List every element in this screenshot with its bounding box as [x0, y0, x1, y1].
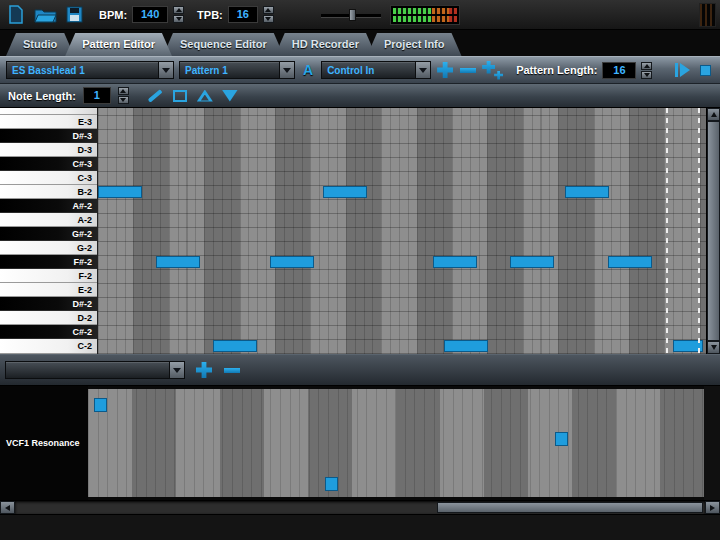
bpm-value[interactable]: 140: [132, 6, 168, 23]
note-F#-2[interactable]: [156, 256, 200, 268]
note-length-spinner[interactable]: [118, 87, 129, 104]
scroll-up-button[interactable]: [707, 108, 720, 121]
pencil-tool-button[interactable]: [146, 86, 164, 106]
horizontal-scrollbar[interactable]: [0, 500, 720, 515]
dropdown-arrow-icon[interactable]: [279, 62, 294, 78]
automation-right-filler: [704, 386, 720, 500]
dropdown-arrow-icon[interactable]: [169, 362, 184, 378]
automation-point[interactable]: [555, 432, 568, 446]
loop-marker: [666, 108, 668, 354]
add-envelope-button[interactable]: [195, 360, 213, 380]
piano-key-B-2[interactable]: B-2: [0, 185, 97, 199]
piano-key-C#-3[interactable]: C#-3: [0, 157, 97, 171]
open-file-button[interactable]: [33, 3, 57, 27]
piano-key-F#-2[interactable]: F#-2: [0, 255, 97, 269]
automation-point[interactable]: [94, 398, 107, 412]
automation-point[interactable]: [325, 477, 338, 491]
tab-pattern-editor[interactable]: Pattern Editor: [65, 33, 172, 56]
piano-key-D#-2[interactable]: D#-2: [0, 297, 97, 311]
tpb-value[interactable]: 16: [228, 6, 258, 23]
stop-button[interactable]: [696, 60, 714, 80]
rename-pattern-button[interactable]: A: [300, 62, 316, 78]
bpm-spinner[interactable]: [173, 6, 184, 23]
dropdown-arrow-icon[interactable]: [158, 62, 173, 78]
spinner-down-icon[interactable]: [641, 71, 652, 79]
key-label: C-3: [77, 173, 92, 183]
spinner-down-icon[interactable]: [173, 15, 184, 23]
vertical-scrollbar[interactable]: [706, 108, 720, 354]
note-F#-2[interactable]: [510, 256, 554, 268]
note-F#-2[interactable]: [608, 256, 652, 268]
tab-bar: StudioPattern EditorSequence EditorHD Re…: [0, 30, 720, 56]
note-grid[interactable]: [97, 108, 706, 354]
scroll-right-button[interactable]: [705, 501, 720, 514]
scroll-down-button[interactable]: [707, 341, 720, 354]
tab-studio[interactable]: Studio: [6, 33, 74, 56]
piano-key-D-3[interactable]: D-3: [0, 143, 97, 157]
hscroll-thumb[interactable]: [437, 502, 703, 513]
note-F#-2[interactable]: [433, 256, 477, 268]
add-pattern-button[interactable]: [436, 60, 454, 80]
automation-body: VCF1 Resonance: [0, 386, 720, 500]
key-label: G#-2: [72, 229, 92, 239]
piano-key-E-2[interactable]: E-2: [0, 283, 97, 297]
note-B-2[interactable]: [98, 186, 142, 198]
select-tool-button[interactable]: [171, 86, 189, 106]
piano-key-F-2[interactable]: F-2: [0, 269, 97, 283]
vscroll-thumb[interactable]: [707, 121, 720, 341]
play-button[interactable]: [673, 60, 691, 80]
loop-marker: [698, 108, 700, 354]
save-file-button[interactable]: [62, 3, 86, 27]
slider-thumb[interactable]: [349, 9, 356, 21]
scroll-left-button[interactable]: [0, 501, 15, 514]
tpb-spinner[interactable]: [263, 6, 274, 23]
new-file-button[interactable]: [4, 3, 28, 27]
piano-key-C-3[interactable]: C-3: [0, 171, 97, 185]
tab-hd-recorder[interactable]: HD Recorder: [275, 33, 376, 56]
spinner-down-icon[interactable]: [263, 15, 274, 23]
piano-key-G-2[interactable]: G-2: [0, 241, 97, 255]
pattern-length-value[interactable]: 16: [602, 62, 636, 79]
control-select[interactable]: Control In: [321, 61, 431, 79]
open-folder-icon: [34, 6, 57, 23]
note-B-2[interactable]: [323, 186, 367, 198]
automation-lane[interactable]: [88, 389, 704, 497]
pattern-select[interactable]: Pattern 1: [179, 61, 295, 79]
spinner-up-icon[interactable]: [263, 6, 274, 14]
note-B-2[interactable]: [565, 186, 609, 198]
hscroll-track[interactable]: [15, 501, 705, 514]
spinner-up-icon[interactable]: [641, 62, 652, 70]
note-toolbar: Note Length: 1: [0, 84, 720, 108]
tab-sequence-editor[interactable]: Sequence Editor: [163, 33, 284, 56]
note-C-2[interactable]: [213, 340, 257, 352]
bpm-label: BPM:: [99, 9, 127, 21]
spinner-up-icon[interactable]: [173, 6, 184, 14]
piano-key-A#-2[interactable]: A#-2: [0, 199, 97, 213]
piano-key-D#-3[interactable]: D#-3: [0, 129, 97, 143]
piano-key-partial[interactable]: [0, 108, 97, 115]
transpose-down-button[interactable]: [221, 86, 239, 106]
spinner-up-icon[interactable]: [118, 87, 129, 95]
spinner-down-icon[interactable]: [118, 96, 129, 104]
note-length-value[interactable]: 1: [83, 87, 111, 104]
transpose-up-button[interactable]: [196, 86, 214, 106]
master-slider[interactable]: [321, 8, 381, 22]
piano-key-D-2[interactable]: D-2: [0, 311, 97, 325]
piano-key-G#-2[interactable]: G#-2: [0, 227, 97, 241]
pattern-length-spinner[interactable]: [641, 62, 652, 79]
remove-pattern-button[interactable]: [459, 60, 477, 80]
piano-key-E-3[interactable]: E-3: [0, 115, 97, 129]
note-C-2[interactable]: [444, 340, 488, 352]
note-F#-2[interactable]: [270, 256, 314, 268]
clone-pattern-button[interactable]: [482, 60, 503, 80]
envelope-select[interactable]: [5, 361, 185, 379]
machine-select[interactable]: ES BassHead 1: [6, 61, 174, 79]
piano-key-C-2[interactable]: C-2: [0, 339, 97, 354]
remove-envelope-button[interactable]: [223, 360, 241, 380]
tab-project-info[interactable]: Project Info: [367, 33, 462, 56]
piano-key-C#-2[interactable]: C#-2: [0, 325, 97, 339]
key-label: E-3: [78, 117, 92, 127]
key-label: B-2: [77, 187, 92, 197]
dropdown-arrow-icon[interactable]: [415, 62, 430, 78]
piano-key-A-2[interactable]: A-2: [0, 213, 97, 227]
